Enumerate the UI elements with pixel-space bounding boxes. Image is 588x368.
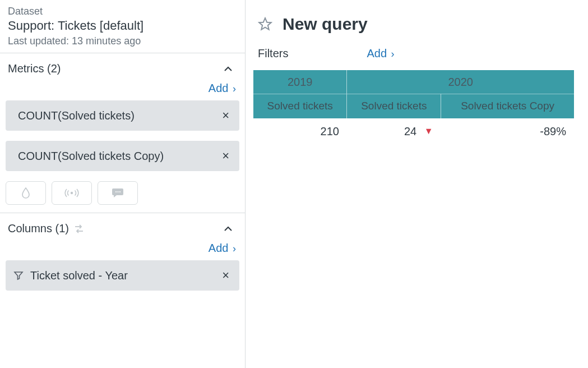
table-row: 210 24 ▼ -89% [253,118,574,144]
cell-2020-solved: 24 ▼ [347,118,441,144]
metric-remove-button[interactable]: × [222,109,229,122]
svg-point-3 [119,191,121,192]
chevron-up-icon [224,224,233,233]
metric-icon-row [6,181,239,205]
columns-add-link[interactable]: Add › [209,242,236,254]
chevron-right-icon: › [233,243,236,254]
swap-icon[interactable] [73,224,85,234]
col-header[interactable]: Solved tickets [253,94,347,118]
chevron-right-icon: › [233,83,236,94]
drop-icon [20,187,31,199]
favorite-button[interactable] [258,17,272,31]
columns-title: Columns (1) [8,222,69,235]
filter-icon [13,270,24,280]
filters-add-label: Add [367,47,387,59]
svg-marker-4 [259,18,271,30]
sidebar: Dataset Support: Tickets [default] Last … [0,0,246,368]
metric-remove-button[interactable]: × [222,150,229,162]
metrics-title: Metrics (2) [8,62,61,75]
metric-label: COUNT(Solved tickets Copy) [18,150,164,163]
filters-row: Filters Add › [246,44,588,70]
dataset-label: Dataset [8,6,237,17]
trend-down-icon: ▼ [424,126,433,136]
filters-label: Filters [258,47,288,60]
drop-icon-button[interactable] [6,181,46,205]
table-group-row: 2019 2020 [253,70,574,94]
page-title[interactable]: New query [283,15,368,34]
table-header-row: Solved tickets Solved tickets Solved tic… [253,94,574,118]
svg-point-2 [117,191,118,192]
svg-point-1 [115,191,117,192]
header: New query [246,0,588,44]
svg-point-0 [71,192,73,194]
columns-collapse-toggle[interactable] [224,224,237,233]
metrics-add-label: Add [209,82,229,94]
col-header[interactable]: Solved tickets Copy [441,94,574,118]
column-label: Ticket solved - Year [30,269,128,282]
dataset-name[interactable]: Support: Tickets [default] [8,19,237,33]
metric-item[interactable]: COUNT(Solved tickets) × [6,100,239,131]
metrics-add-link[interactable]: Add › [209,82,236,94]
dataset-block: Dataset Support: Tickets [default] Last … [0,0,245,53]
broadcast-icon [64,187,80,199]
cell-value: 24 [404,125,416,137]
col-group-2019[interactable]: 2019 [253,70,347,94]
column-remove-button[interactable]: × [222,269,229,282]
chevron-up-icon [224,65,233,73]
broadcast-icon-button[interactable] [52,181,92,205]
cell-2019-solved: 210 [253,118,347,144]
filters-add-link[interactable]: Add › [367,47,394,60]
metric-item[interactable]: COUNT(Solved tickets Copy) × [6,141,239,171]
results-table: 2019 2020 Solved tickets Solved tickets … [253,70,574,144]
comment-icon [111,187,124,199]
col-group-2020[interactable]: 2020 [347,70,574,94]
star-icon [258,17,272,31]
metrics-section: Metrics (2) Add › COUNT(Solved tickets) … [0,53,245,213]
main-panel: New query Filters Add › 2019 2020 Solved… [246,0,588,368]
columns-add-label: Add [209,242,229,254]
column-item[interactable]: Ticket solved - Year × [6,260,239,291]
chevron-right-icon: › [391,48,395,59]
comment-icon-button[interactable] [98,181,138,205]
col-header[interactable]: Solved tickets [347,94,441,118]
metric-label: COUNT(Solved tickets) [18,109,135,122]
columns-section: Columns (1) Add › [0,213,245,298]
metrics-collapse-toggle[interactable] [224,65,237,73]
dataset-updated: Last updated: 13 minutes ago [8,35,237,47]
cell-2020-copy: -89% [441,118,574,144]
